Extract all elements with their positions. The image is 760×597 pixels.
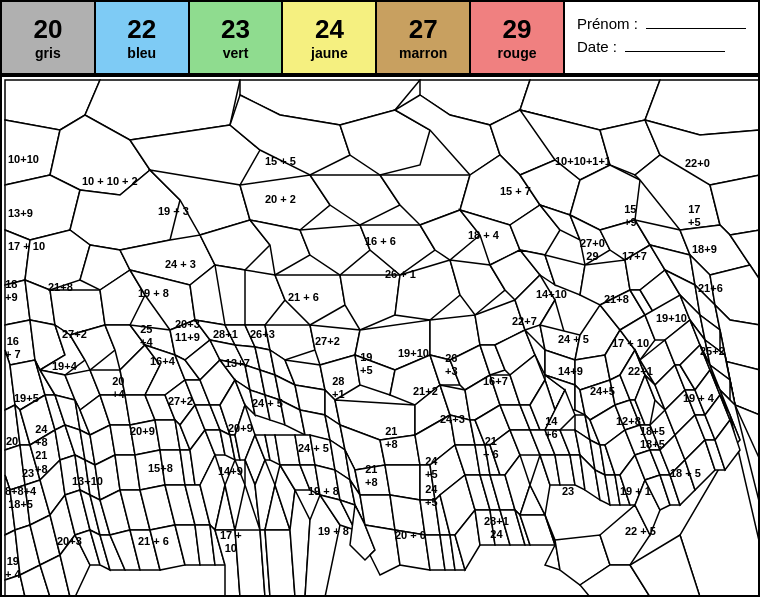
prenom-line: Prénom :	[577, 15, 746, 32]
color-box-vert: 23 vert	[190, 2, 284, 73]
color-box-gris: 20 gris	[2, 2, 96, 73]
num-bleu: 22	[127, 14, 156, 45]
worksheet: 20 gris 22 bleu 23 vert 24 jaune 27 marr…	[0, 0, 760, 597]
svg-marker-180	[380, 435, 420, 465]
date-field	[625, 51, 725, 52]
num-marron: 27	[409, 14, 438, 45]
num-vert: 23	[221, 14, 250, 45]
color-box-bleu: 22 bleu	[96, 2, 190, 73]
date-line: Date :	[577, 38, 746, 55]
puzzle-area: 10+10 10 + 10 + 2 15 + 5 10+10+1+1 22+0 …	[0, 75, 760, 597]
num-jaune: 24	[315, 14, 344, 45]
svg-marker-227	[355, 465, 390, 495]
label-bleu: bleu	[127, 45, 156, 62]
num-gris: 20	[33, 14, 62, 45]
date-label: Date :	[577, 38, 617, 55]
label-rouge: rouge	[498, 45, 537, 62]
label-vert: vert	[223, 45, 249, 62]
color-box-rouge: 29 rouge	[471, 2, 565, 73]
label-marron: marron	[399, 45, 447, 62]
label-gris: gris	[35, 45, 61, 62]
num-rouge: 29	[503, 14, 532, 45]
label-jaune: jaune	[311, 45, 348, 62]
color-box-marron: 27 marron	[377, 2, 471, 73]
header: 20 gris 22 bleu 23 vert 24 jaune 27 marr…	[0, 0, 760, 75]
color-box-jaune: 24 jaune	[283, 2, 377, 73]
info-box: Prénom : Date :	[565, 2, 758, 73]
puzzle-svg	[0, 75, 760, 597]
prenom-label: Prénom :	[577, 15, 638, 32]
prenom-field	[646, 28, 746, 29]
